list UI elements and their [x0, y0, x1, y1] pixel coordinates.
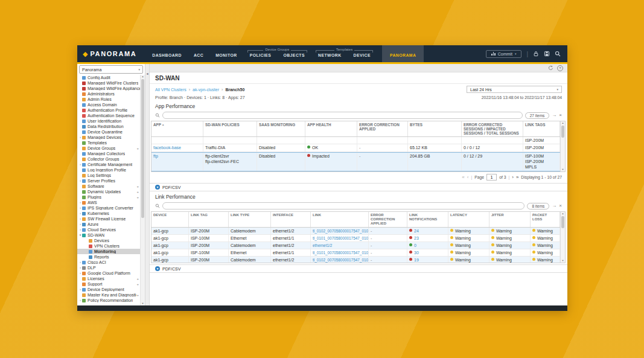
column-header-saas-monitoring[interactable]: SAAS MONITORING — [257, 121, 305, 136]
scrollbar-thumb[interactable] — [561, 126, 564, 138]
notification-count-link[interactable]: 0 — [414, 243, 416, 248]
breadcrumb-item-ak-vpn-cluster[interactable]: ak-vpn-cluster — [193, 88, 219, 92]
app-link[interactable]: facebook-base — [153, 145, 181, 150]
app-table-row[interactable]: facebook-baseTraffic-DIADisabledOK-65.12… — [151, 144, 560, 152]
sidebar-item-ips-signature-converter[interactable]: ›IPS Signature Converter — [77, 205, 140, 211]
cell-link[interactable]: tl_0102_007058000017547_0101 — [311, 257, 369, 263]
sidebar-item-plugins[interactable]: Plugins+ — [77, 194, 140, 200]
app-link[interactable]: ftp — [153, 154, 158, 158]
scroll-up-icon[interactable]: ▲ — [562, 121, 564, 125]
app-table-row[interactable]: ftpftp-client2svrftp-client2svr-FECDisab… — [151, 152, 560, 171]
clear-filter-icon[interactable]: × — [559, 203, 562, 208]
sidebar-item-access-domain[interactable]: Access Domain — [77, 102, 140, 107]
column-header-jitter[interactable]: JITTER — [489, 212, 531, 227]
column-header-bytes[interactable]: BYTES — [408, 121, 462, 136]
sidebar-item-admin-roles[interactable]: Admin Roles — [77, 97, 140, 102]
app-search-input[interactable] — [162, 112, 523, 119]
notification-count-link[interactable]: 30 — [414, 251, 419, 255]
cell-link-notifications[interactable]: 23 — [407, 235, 448, 241]
sidebar-item-kubernetes[interactable]: ›Kubernetes — [77, 211, 140, 216]
tab-acc[interactable]: ACC — [188, 53, 209, 62]
scroll-down-icon[interactable]: ▼ — [562, 168, 564, 171]
apply-filter-icon[interactable]: → — [552, 203, 556, 208]
sidebar-item-software[interactable]: Software+ — [77, 184, 140, 189]
last-page-icon[interactable]: » — [516, 175, 518, 180]
commit-button[interactable]: Commit ▾ — [486, 50, 521, 58]
pdf-csv-button[interactable]: PDF/CSV — [162, 267, 180, 271]
sidebar-item-vpn-clusters[interactable]: VPN Clusters — [77, 243, 140, 249]
link-table-row[interactable]: ak1-gcpISP-200MCablemodemethernet1/2tl_0… — [151, 257, 560, 263]
tab-panorama[interactable]: PANORAMA — [382, 45, 424, 62]
page-number-input[interactable] — [486, 174, 497, 181]
help-icon[interactable]: ? — [557, 65, 563, 71]
cell-app[interactable]: ftp — [151, 153, 203, 171]
column-header-latency[interactable]: LATENCY — [448, 212, 489, 227]
prev-page-icon[interactable]: ‹ — [467, 175, 469, 180]
sidebar-item-managed-devices[interactable]: ›Managed Devices — [77, 135, 140, 140]
sidebar-item-google-cloud-platform[interactable]: ›Google Cloud Platform — [77, 270, 140, 276]
cell-link[interactable]: tl_0102_007058000017547_0102 — [311, 228, 369, 234]
column-header-app[interactable]: APP▴ — [151, 121, 203, 136]
link-table-row[interactable]: ak1-gcpISP-200MCablemodemethernet1/2ethe… — [151, 242, 560, 249]
cell-link-notifications[interactable]: 19 — [407, 257, 448, 263]
scroll-up-icon[interactable]: ▲ — [142, 75, 144, 78]
column-header-error-corrected-sessions-impacted-sessions-total-sessions[interactable]: ERROR CORRECTED SESSIONS / IMPACTED SESS… — [462, 121, 523, 136]
sidebar-item-dlp[interactable]: ›DLP — [77, 265, 140, 270]
sidebar-item-reports[interactable]: Reports — [77, 254, 140, 260]
scroll-up-icon[interactable]: ▲ — [562, 212, 564, 216]
sidebar-item-device-deployment[interactable]: ›Device Deployment — [77, 287, 140, 292]
link-id-link[interactable]: tl_0102_007058000017547_0102 — [313, 229, 369, 233]
collapse-left-icon[interactable]: ◂ — [146, 72, 148, 75]
sidebar-scrollbar[interactable]: ▲ ▼ — [140, 75, 145, 305]
link-table-row[interactable]: ak1-gcpISP-100MEthernetethernet1/1tl_010… — [151, 235, 560, 242]
sidebar-item-sw-firewall-license[interactable]: ›SW Firewall License — [77, 216, 140, 222]
link-id-link[interactable]: tl_0101_007058000017547_0101 — [313, 236, 369, 240]
sidebar-item-server-profiles[interactable]: ›Server Profiles — [77, 178, 140, 184]
column-header-packet-loss[interactable]: PACKET LOSS — [531, 212, 560, 227]
tab-objects[interactable]: OBJECTS — [277, 53, 311, 62]
scrollbar-thumb[interactable] — [561, 216, 564, 228]
sidebar-item-support[interactable]: Support+ — [77, 281, 140, 287]
sidebar-item-authentication-sequence[interactable]: Authentication Sequence — [77, 113, 140, 118]
tab-dashboard[interactable]: DASHBOARD — [146, 53, 188, 62]
link-table-scrollbar[interactable]: ▲ ▼ — [560, 212, 565, 263]
tab-policies[interactable]: POLICIES — [244, 53, 278, 62]
sidebar-item-managed-wildfire-clusters[interactable]: Managed WildFire Clusters — [77, 80, 140, 86]
save-config-icon[interactable] — [544, 51, 550, 57]
tab-device[interactable]: DEVICE — [348, 53, 377, 62]
sidebar-item-sd-wan[interactable]: ▾SD-WAN — [77, 232, 140, 238]
link-id-link[interactable]: tl_0102_007058000017547_0101 — [313, 258, 369, 262]
link-id-link[interactable]: ethernet1/2 — [313, 243, 332, 248]
scroll-down-icon[interactable]: ▼ — [562, 259, 564, 263]
app-table-row[interactable]: ISP-200M — [151, 137, 560, 144]
notification-count-link[interactable]: 24 — [414, 229, 419, 233]
sidebar-item-log-ingestion-profile[interactable]: Log Ingestion Profile — [77, 167, 140, 173]
scrollbar-thumb[interactable] — [141, 79, 144, 218]
sidebar-item-monitoring[interactable]: Monitoring — [77, 249, 140, 254]
config-lock-icon[interactable] — [533, 51, 539, 57]
column-header-link[interactable]: LINK — [311, 212, 369, 227]
scroll-down-icon[interactable]: ▼ — [142, 302, 144, 305]
column-header-error-correction-applied[interactable]: ERROR CORRECTION APPLIED — [357, 121, 408, 136]
column-header-interface[interactable]: INTERFACE — [271, 212, 311, 227]
link-id-link[interactable]: tl_0101_007058000017547_0102 — [313, 251, 369, 255]
sidebar-item-managed-collectors[interactable]: Managed Collectors — [77, 151, 140, 156]
sidebar-item-device-quarantine[interactable]: Device Quarantine — [77, 129, 140, 135]
sidebar-item-log-settings[interactable]: Log Settings — [77, 173, 140, 178]
sidebar-item-collector-groups[interactable]: Collector Groups — [77, 156, 140, 162]
pdf-csv-button[interactable]: PDF/CSV — [162, 185, 180, 190]
sidebar-item-config-audit[interactable]: Config Audit — [77, 75, 140, 80]
context-selector[interactable]: Panorama ▾ — [79, 65, 143, 74]
column-header-link-tags[interactable]: LINK TAGS — [523, 121, 560, 136]
cell-link-notifications[interactable]: 24 — [407, 228, 448, 234]
sidebar-item-cloud-services[interactable]: ›Cloud Services — [77, 227, 140, 232]
sidebar-item-dynamic-updates[interactable]: Dynamic Updates+ — [77, 189, 140, 194]
cell-link[interactable]: tl_0101_007058000017547_0102 — [311, 249, 369, 256]
sidebar-item-licenses[interactable]: Licenses+ — [77, 276, 140, 281]
search-icon[interactable] — [555, 51, 561, 57]
apply-filter-icon[interactable]: → — [552, 113, 556, 118]
refresh-icon[interactable] — [548, 65, 553, 71]
sidebar-item-data-redistribution[interactable]: Data Redistribution — [77, 124, 140, 129]
tab-network[interactable]: NETWORK — [312, 53, 348, 62]
notification-count-link[interactable]: 19 — [414, 258, 419, 262]
